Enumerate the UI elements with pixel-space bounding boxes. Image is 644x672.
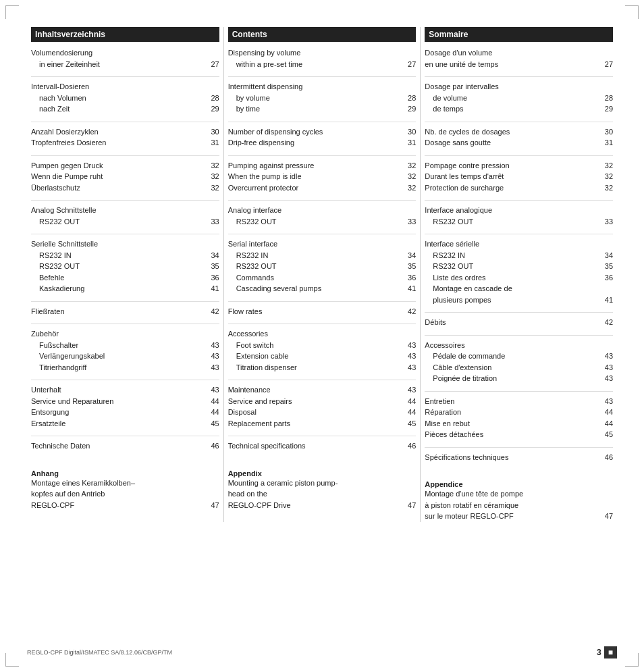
toc-section: Dispensing by volumewithin a pre-set tim…: [228, 47, 417, 70]
toc-row: RS232 OUT33: [425, 216, 613, 228]
toc-row: Interface sérielle: [425, 238, 613, 250]
toc-entry-text: Accessories: [228, 328, 403, 340]
toc-row: RS232 OUT35: [31, 261, 219, 272]
toc-row: Débits42: [425, 317, 613, 328]
toc-entry-text: Protection de surcharge: [425, 182, 599, 194]
footer-text: REGLO-CPF Digital/ISMATEC SA/8.12.06/CB/…: [27, 649, 172, 656]
toc-entry-num: 28: [402, 93, 416, 104]
toc-row: Serial interface: [228, 238, 417, 250]
toc-row: Serielle Schnittstelle: [31, 238, 219, 250]
toc-entry-text: Interface analogique: [425, 205, 599, 216]
toc-entry-num: 42: [599, 317, 613, 328]
toc-entry-num: 45: [599, 429, 613, 440]
page-num-display: 3: [597, 648, 601, 657]
toc-row: Foot switch43: [228, 340, 417, 351]
toc-entry-text: Befehle: [39, 272, 206, 284]
toc-entry-text: nach Zeit: [39, 103, 206, 115]
toc-entry-num: 33: [599, 216, 613, 228]
appendix-num: 47: [402, 500, 416, 511]
toc-row: Pompage contre pression32: [425, 160, 613, 172]
section-divider: [31, 122, 219, 122]
toc-entry-num: 43: [206, 384, 219, 396]
toc-row: Cascading several pumps41: [228, 283, 417, 294]
toc-entry-text: Replacement parts: [228, 418, 403, 430]
toc-section: Interface sérielleRS232 IN34RS232 OUT35L…: [425, 238, 613, 305]
section-divider: [425, 200, 613, 201]
toc-entry-num: 28: [206, 93, 219, 104]
corner-mark-tr: [625, 5, 639, 19]
toc-entry-text: Tropfenfreies Dosieren: [31, 137, 206, 149]
toc-entry-num: 43: [402, 351, 416, 362]
col3-sections: Dosage d'un volumeen une unité de temps2…: [425, 47, 613, 463]
toc-section: Spécifications techniques46: [425, 452, 613, 463]
toc-row: by time29: [228, 103, 417, 115]
toc-section: Intervall-Dosierennach Volumen28nach Zei…: [31, 81, 219, 115]
col-french: Sommaire Dosage d'un volumeen une unité …: [421, 27, 617, 522]
toc-entry-text: by volume: [236, 93, 403, 104]
toc-row: Analog Schnittstelle: [31, 205, 219, 216]
toc-row: RS232 IN34: [31, 250, 219, 261]
toc-entry-text: When the pump is idle: [228, 171, 403, 182]
col2-sections: Dispensing by volumewithin a pre-set tim…: [228, 47, 417, 452]
toc-row: Wenn die Pumpe ruht32: [31, 171, 219, 182]
toc-entry-text: Pumping against pressure: [228, 160, 403, 172]
toc-row: Pièces détachées45: [425, 429, 613, 440]
toc-row: Accessories: [228, 328, 417, 340]
toc-row: When the pump is idle32: [228, 171, 417, 182]
toc-row: Technische Daten46: [31, 440, 219, 452]
toc-entry-text: Pumpen gegen Druck: [31, 160, 206, 172]
toc-entry-text: de temps: [433, 103, 599, 115]
toc-entry-text: plusieurs pompes: [433, 294, 599, 306]
toc-entry-num: 43: [599, 362, 613, 373]
toc-section: AccessoriesFoot switch43Extension cable4…: [228, 328, 417, 373]
toc-row: Spécifications techniques46: [425, 452, 613, 463]
appendix-row: sur le moteur REGLO-CPF47: [425, 511, 613, 522]
toc-row: Ersatzteile45: [31, 418, 219, 430]
toc-entry-text: Dosage sans goutte: [425, 137, 599, 149]
section-divider: [31, 324, 219, 324]
toc-entry-num: 44: [206, 407, 219, 418]
toc-entry-text: within a pre-set time: [236, 59, 403, 70]
toc-row: Überlastschutz32: [31, 182, 219, 194]
toc-entry-num: 32: [599, 182, 613, 194]
toc-row: Zubehör: [31, 328, 219, 340]
toc-row: Câble d'extension43: [425, 362, 613, 373]
toc-row: Fußschalter43: [31, 340, 219, 351]
toc-entry-text: nach Volumen: [39, 93, 206, 104]
toc-entry-num: 45: [402, 418, 416, 430]
toc-entry-num: 36: [402, 272, 416, 284]
col-english: Contents Dispensing by volumewithin a pr…: [224, 27, 421, 522]
toc-entry-num: 43: [599, 373, 613, 384]
toc-entry-text: in einer Zeiteinheit: [39, 59, 206, 70]
toc-entry-text: Nb. de cycles de dosages: [425, 126, 599, 138]
toc-entry-num: 43: [599, 396, 613, 407]
col1-sections: Volumendosierungin einer Zeiteinheit27In…: [31, 47, 219, 452]
toc-row: RS232 IN34: [228, 250, 417, 261]
toc-row: en une unité de temps27: [425, 59, 613, 70]
toc-entry-num: 46: [206, 440, 219, 452]
toc-section: Interface analogiqueRS232 OUT33: [425, 205, 613, 227]
col1-header: Inhaltsverzeichnis: [31, 27, 219, 42]
toc-section: Volumendosierungin einer Zeiteinheit27: [31, 47, 219, 70]
toc-row: Technical specifications46: [228, 440, 417, 452]
toc-row: Intermittent dispensing: [228, 81, 417, 93]
toc-entry-text: Entsorgung: [31, 407, 206, 418]
section-divider: [425, 391, 613, 392]
toc-entry-num: 43: [402, 340, 416, 351]
section-divider: [228, 122, 417, 122]
toc-entry-num: 45: [206, 418, 219, 430]
col-german: Inhaltsverzeichnis Volumendosierungin ei…: [27, 27, 224, 522]
toc-entry-text: RS232 IN: [236, 250, 403, 261]
toc-row: Maintenance43: [228, 384, 417, 396]
content-area: Inhaltsverzeichnis Volumendosierungin ei…: [27, 27, 617, 645]
toc-entry-num: 43: [206, 351, 219, 362]
appendix-row: kopfes auf den Antrieb: [31, 488, 219, 500]
toc-section: Pumpen gegen Druck32Wenn die Pumpe ruht3…: [31, 160, 219, 194]
toc-row: RS232 OUT35: [425, 261, 613, 272]
toc-row: RS232 OUT33: [228, 216, 417, 228]
toc-row: Entsorgung44: [31, 407, 219, 418]
section-divider: [228, 436, 417, 436]
toc-row: Liste des ordres36: [425, 272, 613, 284]
toc-entry-num: 43: [206, 362, 219, 373]
toc-entry-num: 36: [206, 272, 219, 284]
